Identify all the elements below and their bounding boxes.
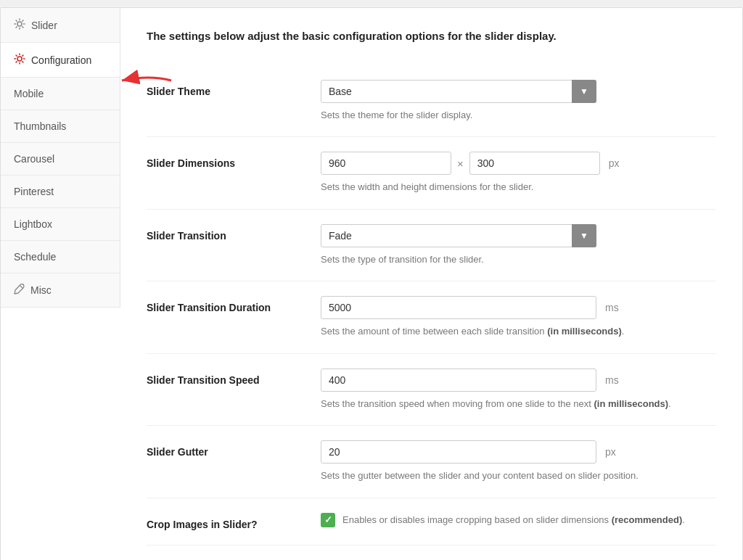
slider-transition-control: Fade Slide Zoom ▼ Sets the type of trans… (321, 224, 716, 267)
sidebar: Slider Configuration Mobile Thumbnails C… (1, 8, 120, 308)
slider-transition-select[interactable]: Fade Slide Zoom (321, 224, 596, 247)
setting-row-slider-gutter: Slider Gutter px Sets the gutter between… (147, 426, 716, 498)
slider-theme-select[interactable]: Base Light Dark (321, 80, 596, 103)
sidebar-item-schedule[interactable]: Schedule (1, 241, 120, 273)
slider-gutter-control: px Sets the gutter between the slider an… (321, 440, 716, 483)
slider-dimensions-unit: px (609, 157, 620, 169)
transition-duration-control-row: ms (321, 296, 716, 319)
dimension-separator: × (457, 157, 464, 170)
slider-gutter-control-row: px (321, 440, 716, 464)
transition-speed-desc-after: . (668, 398, 671, 409)
setting-row-transition-speed: Slider Transition Speed ms Sets the tran… (147, 354, 716, 427)
transition-speed-desc-before: Sets the transition speed when moving fr… (321, 398, 594, 409)
slider-width-input[interactable] (321, 152, 451, 175)
crop-images-desc-after: . (682, 514, 685, 525)
transition-duration-control: ms Sets the amount of time between each … (321, 296, 716, 339)
transition-duration-desc-after: . (622, 326, 625, 337)
transition-speed-control: ms Sets the transition speed when moving… (321, 368, 716, 411)
sidebar-item-configuration[interactable]: Configuration (1, 43, 120, 78)
setting-row-crop-images: Crop Images in Slider? Enables or disabl… (147, 498, 716, 545)
crop-images-description: Enables or disables image cropping based… (342, 513, 685, 527)
transition-duration-label: Slider Transition Duration (147, 296, 321, 313)
slider-transition-label: Slider Transition (147, 224, 321, 242)
gear-icon (14, 18, 25, 32)
sidebar-item-lightbox-label: Lightbox (14, 218, 52, 230)
transition-speed-unit: ms (605, 374, 619, 386)
setting-row-aria-live: ARIA Live Value Polite Assertive Off ▼ (147, 545, 716, 561)
sidebar-item-carousel[interactable]: Carousel (1, 143, 120, 176)
slider-transition-select-wrapper: Fade Slide Zoom ▼ (321, 224, 596, 247)
transition-speed-desc-bold: (in milliseconds) (594, 398, 669, 409)
sidebar-item-lightbox[interactable]: Lightbox (1, 208, 120, 241)
main-content: The settings below adjust the basic conf… (120, 8, 742, 560)
setting-row-transition-duration: Slider Transition Duration ms Sets the a… (147, 281, 716, 354)
slider-theme-label: Slider Theme (147, 80, 321, 97)
slider-dimensions-description: Sets the width and height dimensions for… (321, 180, 716, 194)
slider-theme-description: Sets the theme for the slider display. (321, 108, 716, 123)
transition-duration-desc-before: Sets the amount of time between each sli… (321, 326, 547, 337)
transition-duration-unit: ms (605, 302, 619, 313)
sidebar-item-pinterest-label: Pinterest (14, 186, 54, 197)
sidebar-item-slider-label: Slider (31, 20, 57, 31)
sidebar-item-misc-label: Misc (30, 284, 52, 296)
slider-gutter-description: Sets the gutter between the slider and y… (321, 469, 716, 483)
crop-images-control: Enables or disables image cropping based… (321, 513, 716, 527)
crop-images-checkbox[interactable] (321, 513, 335, 527)
crop-images-checkbox-wrapper: Enables or disables image cropping based… (321, 513, 716, 527)
slider-dimensions-control-row: × px (321, 152, 716, 175)
transition-speed-description: Sets the transition speed when moving fr… (321, 397, 716, 411)
sidebar-item-carousel-label: Carousel (14, 153, 54, 165)
gear-red-icon (14, 53, 25, 67)
svg-point-1 (17, 57, 22, 61)
slider-transition-control-row: Fade Slide Zoom ▼ (321, 224, 716, 247)
sidebar-item-thumbnails[interactable]: Thumbnails (1, 110, 120, 143)
slider-gutter-input[interactable] (321, 440, 596, 464)
slider-gutter-label: Slider Gutter (147, 440, 321, 458)
sidebar-item-thumbnails-label: Thumbnails (14, 120, 66, 132)
transition-speed-input[interactable] (321, 368, 596, 392)
crop-images-desc-before: Enables or disables image cropping based… (342, 514, 612, 525)
sidebar-item-slider[interactable]: Slider (1, 8, 120, 43)
slider-theme-control-row: Base Light Dark ▼ (321, 80, 716, 103)
slider-dimensions-control: × px Sets the width and height dimension… (321, 152, 716, 194)
slider-gutter-unit: px (605, 446, 616, 458)
sidebar-item-configuration-label: Configuration (31, 54, 91, 66)
transition-duration-input[interactable] (321, 296, 596, 319)
page-description: The settings below adjust the basic conf… (147, 28, 716, 45)
setting-row-slider-dimensions: Slider Dimensions × px Sets the width an… (147, 137, 716, 210)
slider-height-input[interactable] (469, 152, 600, 175)
transition-duration-desc-bold: (in milliseconds) (547, 326, 622, 337)
sidebar-item-misc[interactable]: Misc (1, 273, 120, 308)
setting-row-slider-theme: Slider Theme Base Light Dark ▼ Sets the … (147, 65, 716, 138)
sidebar-item-mobile-label: Mobile (14, 88, 44, 99)
crop-images-desc-bold: (recommended) (612, 514, 683, 525)
svg-point-0 (17, 22, 22, 26)
slider-dimensions-label: Slider Dimensions (147, 152, 321, 169)
sidebar-item-mobile[interactable]: Mobile (1, 78, 120, 110)
wrench-icon (14, 284, 25, 297)
sidebar-item-pinterest[interactable]: Pinterest (1, 176, 120, 208)
crop-images-label: Crop Images in Slider? (147, 513, 321, 530)
slider-theme-select-wrapper: Base Light Dark ▼ (321, 80, 596, 103)
transition-speed-control-row: ms (321, 368, 716, 392)
transition-speed-label: Slider Transition Speed (147, 368, 321, 386)
setting-row-slider-transition: Slider Transition Fade Slide Zoom ▼ Sets (147, 210, 716, 282)
settings-table: Slider Theme Base Light Dark ▼ Sets the … (147, 65, 716, 561)
transition-duration-description: Sets the amount of time between each sli… (321, 324, 716, 339)
slider-transition-description: Sets the type of transition for the slid… (321, 252, 716, 267)
sidebar-item-schedule-label: Schedule (14, 251, 56, 263)
slider-theme-control: Base Light Dark ▼ Sets the theme for the… (321, 80, 716, 123)
